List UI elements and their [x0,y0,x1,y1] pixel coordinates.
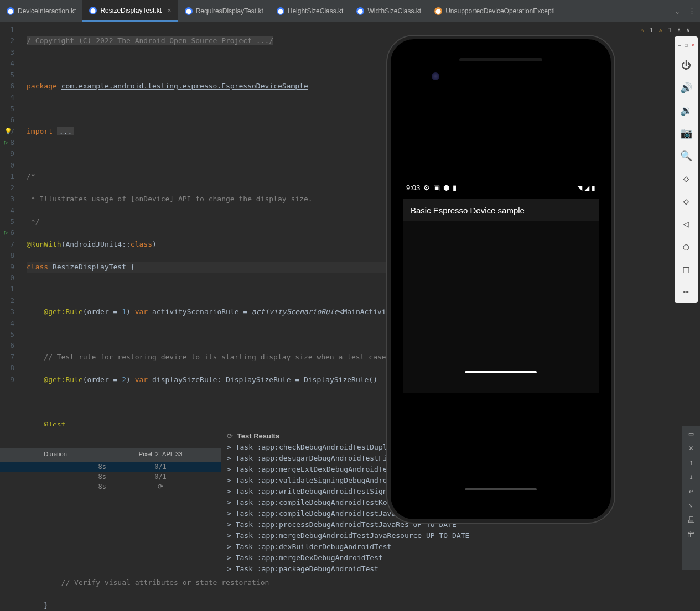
more-icon[interactable]: ⋯ [683,286,689,297]
volume-down-icon[interactable]: 🔉 [680,105,692,116]
camera [432,72,439,80]
chevron-down-icon[interactable]: ⌄ [671,7,684,15]
app-content[interactable] [403,221,599,393]
settings-icon: ⚙ [423,184,430,192]
emulator-toolbar: — ☐ × ⏻ 🔊 🔉 📷 🔍 ◇ ◇ ◁ ○ □ ⋯ [675,36,698,303]
shield-icon: ⬢ [443,184,449,192]
tab-resize-display-test[interactable]: ⬤ResizeDisplayTest.kt× [82,0,178,22]
inspection-bar: ⚠1 ⚠1 ∧ ∨ [640,27,690,34]
window-icon[interactable]: ☐ [685,42,688,48]
gutter-icons: 💡 ▷ ▷ [4,24,14,239]
zoom-icon[interactable]: 🔍 [680,150,692,161]
scroll-icon[interactable]: ⇲ [689,501,693,510]
chevron-down-icon[interactable]: ∨ [686,27,690,34]
tab-width-size-class[interactable]: ⬤WidthSizeClass.kt [350,0,428,22]
down-icon[interactable]: ↓ [689,472,693,481]
wifi-icon: ◥ [577,184,582,192]
minimize-icon[interactable]: — [678,42,681,48]
status-bar: 9:03 ⚙ ▣ ⬢ ▮ ◥ ◢ ▮ [406,184,595,192]
signal-icon: ◢ [584,184,589,192]
nav-gesture-bar[interactable] [465,371,537,373]
nav-bar-bottom [465,488,537,490]
tab-height-size-class[interactable]: ⬤HeightSizeClass.kt [270,0,350,22]
test-row[interactable]: 8s0/1 [0,472,221,482]
app-bar: Basic Espresso Device sample [403,199,599,221]
debug-icon: ▣ [433,184,440,192]
back-icon[interactable]: ◁ [683,218,689,229]
test-row[interactable]: 8s0/1 [0,462,221,472]
clock: 9:03 [406,184,420,192]
power-icon[interactable]: ⏻ [681,59,691,71]
warning-icon[interactable]: ⚠ [659,27,663,34]
volume-up-icon[interactable]: 🔊 [680,82,692,93]
test-row[interactable]: 8s⟳ [0,482,221,492]
overview-icon[interactable]: □ [683,263,689,275]
screenshot-icon[interactable]: 📷 [680,127,692,139]
close-icon[interactable]: × [167,6,172,14]
print-icon[interactable]: 🖶 [687,515,695,524]
col-duration: Duration [0,448,111,462]
notification-icon: ▮ [453,184,457,192]
rotate-right-icon[interactable]: ◇ [683,195,689,207]
bulb-icon[interactable]: 💡 [4,126,14,137]
close-icon[interactable]: × [691,42,694,48]
home-icon[interactable]: ○ [683,241,689,252]
col-device: Pixel_2_API_33 [111,448,210,462]
soft-wrap-icon[interactable]: ↩ [689,487,693,495]
tab-unsupported-exception[interactable]: ⬤UnsupportedDeviceOperationExcepti [428,0,561,22]
more-icon[interactable]: ⋮ [684,7,700,15]
speaker [459,58,542,61]
layout-icon[interactable]: ▭ [689,429,693,438]
console-toolbar: ▭ × ↑ ↓ ↩ ⇲ 🖶 🗑 [682,426,700,570]
app-title: Basic Espresso Device sample [411,206,525,215]
test-tree[interactable]: Duration Pixel_2_API_33 8s0/1 8s0/1 8s⟳ [0,426,221,570]
warning-icon[interactable]: ⚠ [640,27,644,34]
emulator-device[interactable]: 9:03 ⚙ ▣ ⬢ ▮ ◥ ◢ ▮ Basic Espresso Device… [387,36,614,523]
tab-device-interaction[interactable]: ⬤DeviceInteraction.kt [0,0,82,22]
chevron-up-icon[interactable]: ∧ [677,27,681,34]
spinner-icon: ⟳ [227,432,233,440]
editor-tabs: ⬤DeviceInteraction.kt ⬤ResizeDisplayTest… [0,0,700,22]
run-test-icon[interactable]: ▷ [4,227,14,238]
battery-icon: ▮ [592,184,595,192]
up-icon[interactable]: ↑ [689,458,693,467]
run-class-icon[interactable]: ▷ [4,137,14,148]
trash-icon[interactable]: 🗑 [687,530,695,539]
close-icon[interactable]: × [689,443,693,452]
rotate-left-icon[interactable]: ◇ [683,173,689,184]
tab-requires-display-test[interactable]: ⬤RequiresDisplayTest.kt [178,0,270,22]
